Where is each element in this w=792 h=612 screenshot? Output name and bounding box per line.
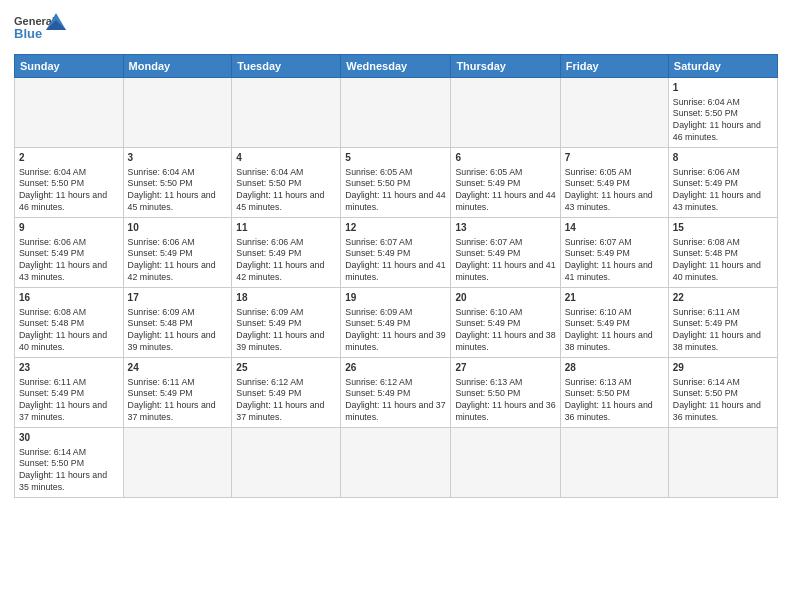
calendar-cell: 7Sunrise: 6:05 AMSunset: 5:49 PMDaylight… xyxy=(560,148,668,218)
calendar-cell xyxy=(451,78,560,148)
day-info: Sunrise: 6:11 AMSunset: 5:49 PMDaylight:… xyxy=(128,377,228,425)
calendar-table: SundayMondayTuesdayWednesdayThursdayFrid… xyxy=(14,54,778,498)
day-number: 24 xyxy=(128,361,228,375)
calendar-cell xyxy=(451,428,560,498)
day-info: Sunrise: 6:07 AMSunset: 5:49 PMDaylight:… xyxy=(565,237,664,285)
day-info: Sunrise: 6:12 AMSunset: 5:49 PMDaylight:… xyxy=(345,377,446,425)
calendar-cell: 17Sunrise: 6:09 AMSunset: 5:48 PMDayligh… xyxy=(123,288,232,358)
day-number: 6 xyxy=(455,151,555,165)
calendar-cell: 22Sunrise: 6:11 AMSunset: 5:49 PMDayligh… xyxy=(668,288,777,358)
calendar-cell xyxy=(668,428,777,498)
logo-svg: General Blue xyxy=(14,10,69,48)
day-info: Sunrise: 6:04 AMSunset: 5:50 PMDaylight:… xyxy=(673,97,773,145)
weekday-header-saturday: Saturday xyxy=(668,55,777,78)
calendar-cell: 12Sunrise: 6:07 AMSunset: 5:49 PMDayligh… xyxy=(341,218,451,288)
day-number: 14 xyxy=(565,221,664,235)
calendar-cell: 27Sunrise: 6:13 AMSunset: 5:50 PMDayligh… xyxy=(451,358,560,428)
day-number: 10 xyxy=(128,221,228,235)
calendar-cell: 19Sunrise: 6:09 AMSunset: 5:49 PMDayligh… xyxy=(341,288,451,358)
day-info: Sunrise: 6:13 AMSunset: 5:50 PMDaylight:… xyxy=(565,377,664,425)
day-number: 7 xyxy=(565,151,664,165)
day-info: Sunrise: 6:09 AMSunset: 5:48 PMDaylight:… xyxy=(128,307,228,355)
day-number: 3 xyxy=(128,151,228,165)
day-number: 29 xyxy=(673,361,773,375)
day-number: 4 xyxy=(236,151,336,165)
day-number: 2 xyxy=(19,151,119,165)
day-info: Sunrise: 6:09 AMSunset: 5:49 PMDaylight:… xyxy=(345,307,446,355)
day-number: 30 xyxy=(19,431,119,445)
day-number: 1 xyxy=(673,81,773,95)
calendar-cell: 18Sunrise: 6:09 AMSunset: 5:49 PMDayligh… xyxy=(232,288,341,358)
day-info: Sunrise: 6:08 AMSunset: 5:48 PMDaylight:… xyxy=(673,237,773,285)
calendar-cell xyxy=(232,428,341,498)
day-info: Sunrise: 6:07 AMSunset: 5:49 PMDaylight:… xyxy=(345,237,446,285)
day-info: Sunrise: 6:11 AMSunset: 5:49 PMDaylight:… xyxy=(19,377,119,425)
day-number: 13 xyxy=(455,221,555,235)
day-info: Sunrise: 6:07 AMSunset: 5:49 PMDaylight:… xyxy=(455,237,555,285)
day-number: 20 xyxy=(455,291,555,305)
calendar-cell: 16Sunrise: 6:08 AMSunset: 5:48 PMDayligh… xyxy=(15,288,124,358)
calendar-cell: 28Sunrise: 6:13 AMSunset: 5:50 PMDayligh… xyxy=(560,358,668,428)
day-number: 9 xyxy=(19,221,119,235)
logo: General Blue xyxy=(14,10,69,48)
day-info: Sunrise: 6:05 AMSunset: 5:49 PMDaylight:… xyxy=(455,167,555,215)
day-number: 23 xyxy=(19,361,119,375)
day-info: Sunrise: 6:05 AMSunset: 5:49 PMDaylight:… xyxy=(565,167,664,215)
calendar-cell: 9Sunrise: 6:06 AMSunset: 5:49 PMDaylight… xyxy=(15,218,124,288)
calendar-cell: 11Sunrise: 6:06 AMSunset: 5:49 PMDayligh… xyxy=(232,218,341,288)
day-info: Sunrise: 6:06 AMSunset: 5:49 PMDaylight:… xyxy=(236,237,336,285)
day-number: 25 xyxy=(236,361,336,375)
calendar-cell xyxy=(341,78,451,148)
day-info: Sunrise: 6:10 AMSunset: 5:49 PMDaylight:… xyxy=(455,307,555,355)
day-number: 15 xyxy=(673,221,773,235)
day-number: 27 xyxy=(455,361,555,375)
calendar-cell xyxy=(15,78,124,148)
day-number: 28 xyxy=(565,361,664,375)
day-number: 18 xyxy=(236,291,336,305)
day-info: Sunrise: 6:10 AMSunset: 5:49 PMDaylight:… xyxy=(565,307,664,355)
calendar-cell: 21Sunrise: 6:10 AMSunset: 5:49 PMDayligh… xyxy=(560,288,668,358)
day-number: 11 xyxy=(236,221,336,235)
day-number: 12 xyxy=(345,221,446,235)
day-info: Sunrise: 6:06 AMSunset: 5:49 PMDaylight:… xyxy=(19,237,119,285)
calendar-cell: 30Sunrise: 6:14 AMSunset: 5:50 PMDayligh… xyxy=(15,428,124,498)
day-info: Sunrise: 6:06 AMSunset: 5:49 PMDaylight:… xyxy=(128,237,228,285)
day-info: Sunrise: 6:11 AMSunset: 5:49 PMDaylight:… xyxy=(673,307,773,355)
calendar-cell: 5Sunrise: 6:05 AMSunset: 5:50 PMDaylight… xyxy=(341,148,451,218)
calendar-cell: 4Sunrise: 6:04 AMSunset: 5:50 PMDaylight… xyxy=(232,148,341,218)
calendar-cell xyxy=(232,78,341,148)
weekday-header-thursday: Thursday xyxy=(451,55,560,78)
calendar-cell: 10Sunrise: 6:06 AMSunset: 5:49 PMDayligh… xyxy=(123,218,232,288)
header: General Blue xyxy=(14,10,778,48)
calendar-cell: 26Sunrise: 6:12 AMSunset: 5:49 PMDayligh… xyxy=(341,358,451,428)
day-info: Sunrise: 6:04 AMSunset: 5:50 PMDaylight:… xyxy=(236,167,336,215)
weekday-header-wednesday: Wednesday xyxy=(341,55,451,78)
day-number: 16 xyxy=(19,291,119,305)
weekday-header-sunday: Sunday xyxy=(15,55,124,78)
day-number: 21 xyxy=(565,291,664,305)
calendar-cell xyxy=(560,428,668,498)
calendar-cell: 3Sunrise: 6:04 AMSunset: 5:50 PMDaylight… xyxy=(123,148,232,218)
day-info: Sunrise: 6:06 AMSunset: 5:49 PMDaylight:… xyxy=(673,167,773,215)
day-info: Sunrise: 6:13 AMSunset: 5:50 PMDaylight:… xyxy=(455,377,555,425)
calendar-cell: 29Sunrise: 6:14 AMSunset: 5:50 PMDayligh… xyxy=(668,358,777,428)
calendar-cell: 15Sunrise: 6:08 AMSunset: 5:48 PMDayligh… xyxy=(668,218,777,288)
day-info: Sunrise: 6:14 AMSunset: 5:50 PMDaylight:… xyxy=(673,377,773,425)
weekday-header-monday: Monday xyxy=(123,55,232,78)
day-number: 26 xyxy=(345,361,446,375)
svg-text:Blue: Blue xyxy=(14,26,42,41)
day-info: Sunrise: 6:08 AMSunset: 5:48 PMDaylight:… xyxy=(19,307,119,355)
calendar-cell xyxy=(341,428,451,498)
day-info: Sunrise: 6:04 AMSunset: 5:50 PMDaylight:… xyxy=(128,167,228,215)
calendar-cell xyxy=(123,428,232,498)
calendar-cell: 24Sunrise: 6:11 AMSunset: 5:49 PMDayligh… xyxy=(123,358,232,428)
calendar-cell: 20Sunrise: 6:10 AMSunset: 5:49 PMDayligh… xyxy=(451,288,560,358)
day-info: Sunrise: 6:09 AMSunset: 5:49 PMDaylight:… xyxy=(236,307,336,355)
day-number: 19 xyxy=(345,291,446,305)
day-number: 17 xyxy=(128,291,228,305)
calendar-cell: 13Sunrise: 6:07 AMSunset: 5:49 PMDayligh… xyxy=(451,218,560,288)
calendar-cell: 25Sunrise: 6:12 AMSunset: 5:49 PMDayligh… xyxy=(232,358,341,428)
calendar-cell xyxy=(123,78,232,148)
calendar-cell: 2Sunrise: 6:04 AMSunset: 5:50 PMDaylight… xyxy=(15,148,124,218)
calendar-cell xyxy=(560,78,668,148)
